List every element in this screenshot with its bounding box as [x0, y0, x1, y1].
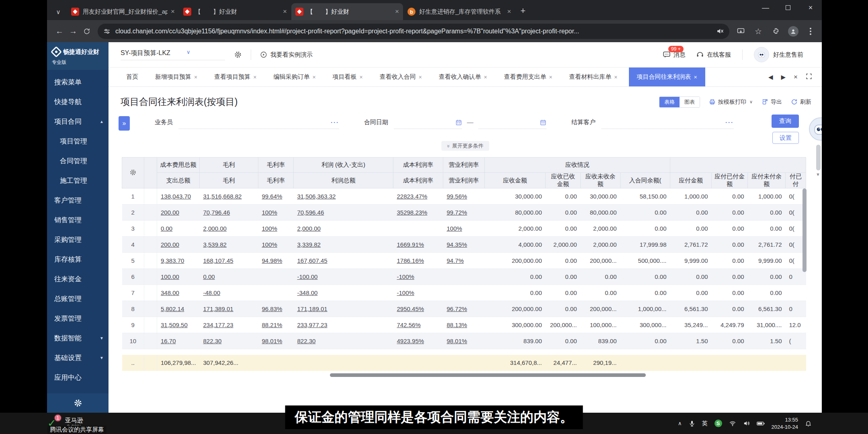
drill-down-link[interactable]: 100% — [262, 241, 277, 248]
page-tab-close-icon[interactable]: × — [694, 74, 697, 80]
ellipsis-picker-icon[interactable]: ··· — [725, 119, 734, 126]
speaker-icon[interactable] — [743, 420, 750, 427]
page-tab-close-icon[interactable]: × — [614, 74, 617, 80]
page-tab-close-icon[interactable]: × — [419, 74, 422, 80]
drill-down-link[interactable]: 94.98% — [262, 257, 283, 264]
drill-down-link[interactable]: 31,506,363.32 — [297, 193, 336, 200]
browser-tab[interactable]: 【 】好业财× — [291, 3, 403, 20]
drill-down-link[interactable]: 99.64% — [262, 193, 283, 200]
site-info-icon[interactable] — [103, 28, 111, 35]
settings-gear-icon[interactable] — [74, 399, 82, 407]
vertical-scrollbar-thumb[interactable] — [802, 188, 807, 272]
drill-down-link[interactable]: 35298.23% — [397, 209, 428, 216]
sidebar-item[interactable]: 客户管理 — [47, 190, 108, 210]
sidebar-item[interactable]: 项目合同▲ — [47, 112, 108, 131]
close-button[interactable]: × — [799, 0, 822, 15]
minimize-button[interactable]: — — [754, 0, 777, 15]
drill-down-link[interactable]: 96.72% — [447, 305, 467, 312]
drill-down-link[interactable]: -348.00 — [297, 289, 318, 296]
page-tab-close-icon[interactable]: × — [253, 74, 256, 80]
sidebar-item[interactable]: 搜索菜单 — [47, 72, 108, 92]
browser-tab[interactable]: 用友好业财官网_好业财报价_ap× — [67, 3, 179, 20]
drill-down-link[interactable]: 98.01% — [447, 338, 467, 344]
sidebar-item[interactable]: 施工管理 — [47, 171, 108, 190]
tab-search-button[interactable]: ∨ — [50, 5, 66, 19]
ime-indicator[interactable]: 英 — [702, 420, 708, 427]
workspace-selector[interactable]: SY-项目预算-LKZ∨ — [121, 49, 225, 60]
page-tab[interactable]: 新增项目预算× — [149, 68, 203, 86]
drill-down-link[interactable]: 0.00 — [203, 273, 215, 280]
view-chart-button[interactable]: 图表 — [680, 97, 700, 107]
demo-link[interactable]: 我要看实例演示 — [260, 51, 313, 59]
drill-down-link[interactable]: 100% — [262, 209, 277, 216]
settle-customer-input[interactable]: ··· — [601, 119, 734, 129]
back-button[interactable]: ← — [53, 27, 66, 36]
view-table-button[interactable]: 表格 — [659, 97, 680, 107]
page-tab-close-icon[interactable]: × — [360, 74, 363, 80]
drill-down-link[interactable]: -100% — [397, 289, 414, 296]
drill-down-link[interactable]: 16.70 — [161, 338, 176, 344]
sidebar-item[interactable]: 快捷导航 — [47, 92, 108, 112]
drill-down-link[interactable]: -100% — [397, 273, 414, 280]
drill-down-link[interactable]: 0.00 — [161, 225, 172, 232]
salesperson-input[interactable]: ··· — [178, 119, 339, 129]
user-chip[interactable]: 好生意售前 — [754, 47, 803, 62]
address-bar[interactable]: cloud.chanjet.com/cc/u3qbjeje1156/fjpeuq… — [98, 24, 729, 39]
column-settings-button[interactable] — [122, 158, 144, 188]
bookmark-star-icon[interactable]: ☆ — [753, 27, 764, 36]
cast-icon[interactable] — [735, 27, 746, 35]
hidden-icons-chevron[interactable]: ∧ — [678, 420, 682, 426]
scroll-down-arrow-icon[interactable]: ▼ — [816, 172, 820, 177]
sidebar-item[interactable]: 总账管理 — [47, 289, 108, 309]
page-tab-close-icon[interactable]: × — [194, 74, 197, 80]
workspace-settings-button[interactable] — [234, 51, 242, 59]
new-tab-button[interactable]: + — [520, 6, 526, 16]
calendar-icon[interactable] — [540, 119, 547, 126]
settings-button[interactable]: 设置 — [772, 132, 799, 144]
sidebar-item[interactable]: 项目管理 — [47, 131, 108, 151]
search-button[interactable]: 查询 — [772, 115, 799, 128]
drill-down-link[interactable]: 3,339.82 — [297, 241, 321, 248]
drill-down-link[interactable]: 822.30 — [203, 338, 222, 344]
tab-close-icon[interactable]: × — [507, 8, 511, 16]
forward-button[interactable]: → — [66, 27, 80, 36]
print-button[interactable]: 按模板打印 ∨ — [709, 98, 753, 106]
page-tab[interactable]: 项目看板× — [327, 68, 368, 86]
drill-down-link[interactable]: 94.7% — [447, 257, 464, 264]
page-scrollbar-thumb[interactable] — [816, 145, 821, 170]
drill-down-link[interactable]: 2,000.00 — [203, 225, 227, 232]
drill-down-link[interactable]: 171,189.01 — [297, 305, 328, 312]
browser-tab[interactable]: 【 】好业财× — [179, 3, 291, 20]
refresh-button[interactable]: 刷新 — [791, 98, 811, 106]
page-tab[interactable]: 查看材料出库单× — [563, 68, 623, 86]
scroll-tabs-left-icon[interactable]: ◀ — [768, 74, 773, 81]
sidebar-item[interactable]: 库存核算 — [47, 250, 108, 269]
close-all-tabs-icon[interactable]: × — [794, 73, 798, 81]
drill-down-link[interactable]: 99.56% — [447, 193, 467, 200]
drill-down-link[interactable]: 98.01% — [262, 338, 283, 344]
page-tab-close-icon[interactable]: × — [312, 74, 315, 80]
page-tab-close-icon[interactable]: × — [549, 74, 552, 80]
drill-down-link[interactable]: 94.35% — [447, 241, 467, 248]
extensions-icon[interactable] — [770, 28, 782, 35]
drill-down-link[interactable]: 9,383.70 — [161, 257, 184, 264]
sidebar-item[interactable]: 应用中心 — [47, 368, 108, 387]
sidebar-item[interactable]: 合同管理 — [47, 151, 108, 171]
drill-down-link[interactable]: 88.13% — [447, 321, 467, 328]
drill-down-link[interactable]: 100% — [447, 225, 462, 232]
page-tab[interactable]: 查看收入确认单× — [433, 68, 493, 86]
reload-button[interactable] — [80, 28, 94, 35]
drill-down-link[interactable]: 5,802.14 — [161, 305, 184, 312]
drill-down-link[interactable]: 200.00 — [161, 209, 179, 216]
tab-close-icon[interactable]: × — [395, 8, 399, 16]
drill-down-link[interactable]: 200.00 — [161, 241, 179, 248]
drill-down-link[interactable]: 4923.95% — [397, 338, 424, 344]
drill-down-link[interactable]: 22823.47% — [397, 193, 428, 200]
drill-down-link[interactable]: 88.21% — [262, 321, 283, 328]
drill-down-link[interactable]: 234,177.23 — [203, 321, 233, 328]
messages-button[interactable]: 消息 99 + — [663, 51, 686, 59]
page-tab[interactable]: 查看费用支出单× — [498, 68, 558, 86]
drill-down-link[interactable]: 31,509.50 — [161, 321, 188, 328]
sidebar-item[interactable]: 采购管理 — [47, 230, 108, 250]
expand-more-button[interactable]: » 展开更多条件 — [441, 141, 489, 151]
